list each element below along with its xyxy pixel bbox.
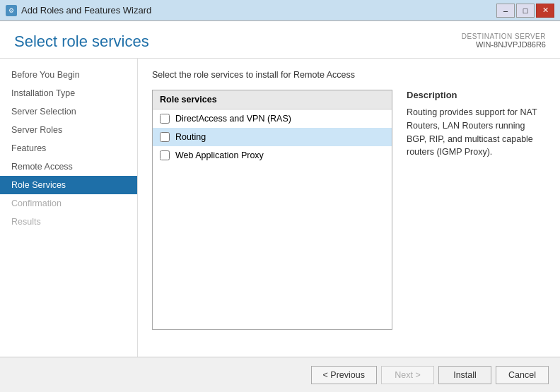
minimize-button[interactable]: – bbox=[496, 4, 515, 18]
sidebar-item-confirmation[interactable]: Confirmation bbox=[0, 194, 137, 213]
next-button[interactable]: Next > bbox=[381, 366, 434, 384]
role-services-header: Role services bbox=[153, 90, 392, 109]
role-service-label: Routing bbox=[175, 132, 206, 142]
sidebar-item-server-selection[interactable]: Server Selection bbox=[0, 102, 137, 121]
server-name: WIN-8NJVPJD86R6 bbox=[462, 40, 546, 49]
maximize-button[interactable]: □ bbox=[516, 4, 535, 18]
page-header: Select role services DESTINATION SERVER … bbox=[0, 21, 560, 59]
main-content: Select the role services to install for … bbox=[138, 59, 560, 357]
previous-button[interactable]: < Previous bbox=[311, 366, 377, 384]
window-title: Add Roles and Features Wizard bbox=[21, 5, 151, 16]
cancel-button[interactable]: Cancel bbox=[496, 366, 549, 384]
body-area: Before You BeginInstallation TypeServer … bbox=[0, 59, 560, 357]
footer: < Previous Next > Install Cancel bbox=[0, 357, 560, 392]
window-controls: – □ ✕ bbox=[496, 4, 554, 18]
description-panel: Description Routing provides support for… bbox=[407, 90, 546, 159]
sidebar: Before You BeginInstallation TypeServer … bbox=[0, 59, 138, 357]
two-column-layout: Role services DirectAccess and VPN (RAS)… bbox=[152, 90, 546, 330]
sidebar-item-before-you-begin[interactable]: Before You Begin bbox=[0, 66, 137, 84]
close-button[interactable]: ✕ bbox=[536, 4, 554, 18]
sidebar-item-results[interactable]: Results bbox=[0, 213, 137, 231]
role-services-panel: Role services DirectAccess and VPN (RAS)… bbox=[152, 90, 392, 330]
role-service-item[interactable]: Routing bbox=[153, 128, 392, 146]
instruction-text: Select the role services to install for … bbox=[152, 70, 546, 80]
sidebar-item-installation-type[interactable]: Installation Type bbox=[0, 84, 137, 102]
destination-label: DESTINATION SERVER bbox=[462, 32, 546, 40]
install-button[interactable]: Install bbox=[438, 366, 491, 384]
title-bar: ⚙ Add Roles and Features Wizard – □ ✕ bbox=[0, 0, 560, 21]
destination-server-info: DESTINATION SERVER WIN-8NJVPJD86R6 bbox=[462, 32, 546, 49]
page-title: Select role services bbox=[14, 32, 149, 51]
app-icon: ⚙ bbox=[6, 5, 17, 16]
role-service-checkbox-2[interactable] bbox=[160, 150, 170, 160]
sidebar-item-role-services[interactable]: Role Services bbox=[0, 176, 137, 194]
sidebar-item-server-roles[interactable]: Server Roles bbox=[0, 121, 137, 139]
sidebar-item-remote-access[interactable]: Remote Access bbox=[0, 158, 137, 176]
role-service-item[interactable]: Web Application Proxy bbox=[153, 146, 392, 165]
description-title: Description bbox=[407, 90, 546, 100]
role-service-label: DirectAccess and VPN (RAS) bbox=[175, 114, 291, 124]
role-service-item[interactable]: DirectAccess and VPN (RAS) bbox=[153, 109, 392, 128]
title-bar-left: ⚙ Add Roles and Features Wizard bbox=[6, 5, 151, 16]
description-text: Routing provides support for NAT Routers… bbox=[407, 106, 546, 159]
role-service-checkbox-1[interactable] bbox=[160, 132, 170, 142]
role-service-checkbox-0[interactable] bbox=[160, 114, 170, 124]
sidebar-item-features[interactable]: Features bbox=[0, 139, 137, 158]
window-body: Select role services DESTINATION SERVER … bbox=[0, 21, 560, 392]
role-service-label: Web Application Proxy bbox=[175, 150, 264, 160]
